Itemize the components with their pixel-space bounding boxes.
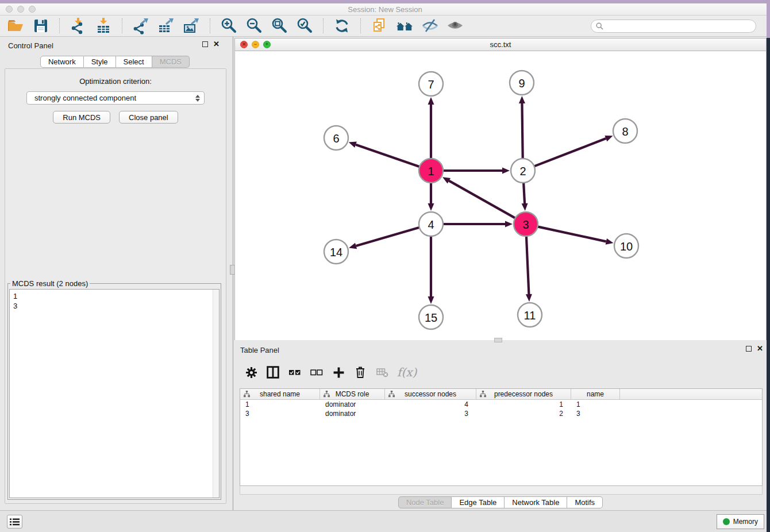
search-box[interactable] (591, 20, 756, 33)
zoom-out-icon[interactable] (244, 17, 264, 35)
graph-node-label-9: 9 (518, 77, 525, 90)
search-icon (596, 22, 603, 30)
table-panel-window-buttons: ✕ (746, 346, 763, 352)
network-canvas[interactable]: 7968124314101511 (234, 51, 767, 340)
mcds-result-box[interactable]: 1 3 (9, 289, 220, 498)
table-splitter-handle[interactable] (494, 338, 502, 342)
import-table-icon[interactable] (94, 17, 113, 35)
graph-node-label-15: 15 (425, 311, 437, 324)
cell[interactable]: 3 (240, 409, 320, 418)
import-network-icon[interactable] (68, 17, 88, 35)
graph-edge-2-8[interactable] (532, 138, 606, 167)
export-image-icon[interactable] (182, 17, 201, 35)
network-close-icon[interactable]: ✕ (240, 41, 248, 48)
table-horizontal-scrollbar[interactable] (240, 486, 763, 495)
background-window-strip-right (767, 38, 770, 532)
tab-network[interactable]: Network (40, 56, 84, 68)
cell[interactable]: dominator (320, 400, 385, 409)
select-all-rows-icon[interactable] (288, 365, 302, 380)
column-header-shared-name[interactable]: shared name (240, 389, 320, 399)
criterion-value: strongly connected component (34, 94, 136, 102)
graph-node-label-11: 11 (524, 309, 536, 322)
add-column-icon[interactable] (332, 365, 345, 380)
home-network-icon[interactable] (395, 17, 414, 35)
save-session-icon[interactable] (31, 17, 51, 35)
column-header-name[interactable]: name (571, 389, 620, 399)
hide-selected-icon[interactable] (420, 17, 440, 35)
task-history-button[interactable] (7, 515, 22, 529)
graph-edge-arrow-1-6 (349, 142, 357, 148)
zoom-fit-icon[interactable] (270, 17, 289, 35)
column-header-MCDS-role[interactable]: MCDS role (320, 389, 385, 399)
graph-node-label-8: 8 (622, 125, 628, 138)
deselect-all-rows-icon[interactable] (310, 365, 324, 380)
control-panel-header: Control Panel (0, 37, 230, 54)
new-network-from-selection-icon[interactable] (369, 17, 389, 35)
cell[interactable]: 3 (385, 409, 476, 418)
graph-edge-2-3[interactable] (523, 180, 525, 203)
float-panel-icon[interactable] (202, 41, 208, 47)
graph-edge-3-10[interactable] (536, 226, 606, 242)
export-table-icon[interactable] (156, 17, 176, 35)
graph-edge-arrow-1-2 (502, 168, 510, 174)
control-panel-tabs: NetworkStyleSelectMCDS (0, 56, 230, 68)
cell[interactable]: 2 (476, 409, 571, 418)
network-minimize-icon[interactable]: − (252, 41, 259, 48)
main-toolbar (0, 16, 770, 37)
search-input[interactable] (606, 21, 751, 30)
memory-status-icon (723, 518, 730, 525)
graph-edge-arrow-4-15 (428, 296, 434, 304)
close-table-panel-icon[interactable]: ✕ (757, 346, 763, 352)
graph-edge-3-1[interactable] (449, 181, 517, 219)
table-row-2[interactable]: 3dominator323 (240, 409, 762, 418)
open-file-icon[interactable] (6, 17, 25, 35)
task-list-icon (10, 518, 20, 526)
zoom-selected-icon[interactable] (295, 17, 314, 35)
toolbar-separator (210, 18, 210, 33)
table-row-1[interactable]: 1dominator411 (240, 400, 762, 409)
tab-select[interactable]: Select (116, 56, 152, 68)
criterion-select[interactable]: strongly connected component (26, 91, 205, 105)
run-mcds-button[interactable]: Run MCDS (53, 111, 110, 124)
show-all-icon[interactable] (445, 17, 465, 35)
graph-edge-1-6[interactable] (356, 145, 422, 168)
column-header-successor-nodes[interactable]: successor nodes (385, 389, 476, 399)
close-panel-icon[interactable]: ✕ (213, 41, 220, 47)
apply-layout-icon[interactable] (332, 17, 352, 35)
cell[interactable]: 1 (571, 400, 620, 409)
graph-edge-4-14[interactable] (356, 227, 422, 246)
network-maximize-icon[interactable]: + (263, 41, 271, 48)
graph-edge-arrow-2-9 (519, 96, 525, 103)
toolbar-separator (59, 18, 60, 33)
float-table-panel-icon[interactable] (746, 346, 752, 352)
cell[interactable]: dominator (320, 409, 385, 418)
table-tab-motifs[interactable]: Motifs (567, 496, 603, 508)
table-settings-gear-icon[interactable] (244, 365, 258, 380)
cell[interactable]: 3 (571, 409, 620, 418)
graph-edge-arrow-1-7 (428, 97, 434, 105)
zoom-in-icon[interactable] (219, 17, 238, 35)
background-window-strip-right-top (767, 3, 770, 38)
cell[interactable]: 4 (385, 400, 476, 409)
close-panel-button[interactable]: Close panel (119, 111, 178, 124)
cell[interactable]: 1 (240, 400, 320, 409)
cell[interactable]: 1 (476, 400, 571, 409)
graph-node-label-10: 10 (620, 240, 633, 253)
export-network-icon[interactable] (131, 17, 151, 35)
graph-edge-2-9[interactable] (522, 103, 522, 161)
tab-mcds[interactable]: MCDS (152, 56, 190, 68)
graph-edge-3-11[interactable] (526, 234, 529, 294)
background-window-strip-top (0, 0, 770, 3)
show-columns-icon[interactable] (266, 365, 280, 380)
tab-style[interactable]: Style (84, 56, 116, 68)
graph-node-label-7: 7 (428, 78, 434, 91)
table-tab-network-table[interactable]: Network Table (505, 496, 567, 508)
delete-column-icon[interactable] (353, 365, 367, 380)
table-tab-edge-table[interactable]: Edge Table (452, 496, 505, 508)
table-tab-node-table[interactable]: Node Table (398, 496, 452, 508)
memory-button[interactable]: Memory (717, 514, 764, 529)
column-header-predecessor-nodes[interactable]: predecessor nodes (476, 389, 571, 399)
graph-node-label-3: 3 (522, 218, 529, 231)
table-toolbar: f(x) (240, 362, 763, 383)
mcds-result-scrollbar[interactable] (213, 290, 219, 498)
